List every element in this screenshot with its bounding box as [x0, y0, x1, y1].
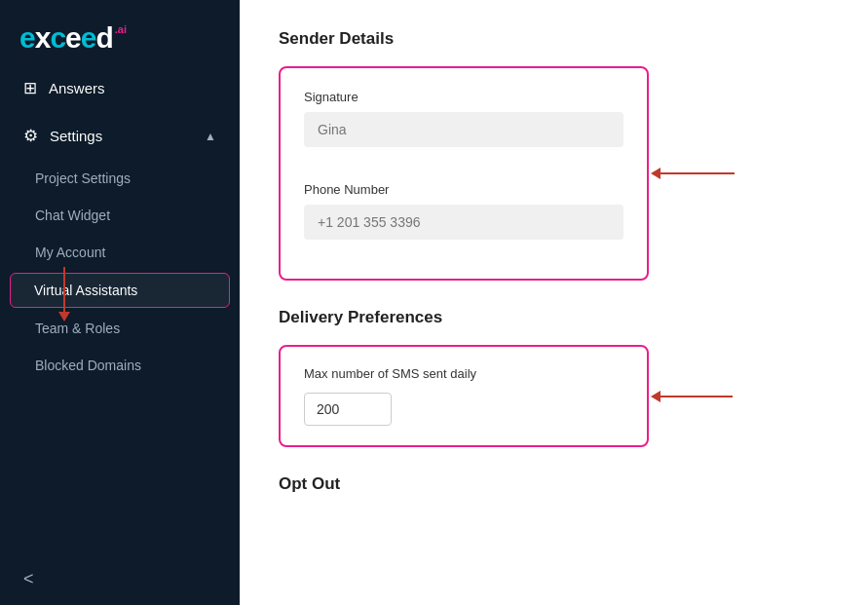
sidebar-item-project-settings-label: Project Settings [35, 170, 131, 186]
logo-area: exceed .ai [0, 0, 240, 64]
sidebar: exceed .ai ⊞ Answers ⚙ Settings ▲ Projec… [0, 0, 240, 605]
sidebar-item-project-settings[interactable]: Project Settings [0, 160, 240, 197]
delivery-arrow-annotation [651, 391, 733, 402]
sidebar-item-virtual-assistants[interactable]: Virtual Assistants [10, 273, 230, 308]
delivery-title: Delivery Preferences [279, 308, 819, 327]
sidebar-item-answers-label: Answers [49, 80, 105, 96]
sidebar-back-button[interactable]: < [0, 553, 240, 605]
sidebar-item-answers[interactable]: ⊞ Answers [0, 64, 240, 112]
main-content: Sender Details Signature Phone Number De… [240, 0, 868, 605]
gear-icon: ⚙ [23, 126, 38, 146]
sidebar-item-blocked-domains-label: Blocked Domains [35, 358, 141, 373]
sender-details-card: Signature Phone Number [279, 66, 649, 281]
back-label: < [23, 569, 34, 588]
sidebar-item-settings-label: Settings [50, 128, 102, 144]
phone-input[interactable] [304, 205, 623, 240]
logo-ai: .ai [115, 23, 127, 35]
grid-icon: ⊞ [23, 78, 37, 98]
sms-label: Max number of SMS sent daily [304, 366, 623, 381]
sidebar-item-team-roles-label: Team & Roles [35, 321, 120, 336]
phone-field-group: Phone Number [304, 182, 623, 240]
signature-field-group: Signature [304, 90, 623, 147]
chevron-up-icon: ▲ [205, 130, 216, 143]
sidebar-item-my-account-label: My Account [35, 245, 105, 260]
sms-input[interactable] [304, 393, 392, 426]
sidebar-item-chat-widget[interactable]: Chat Widget [0, 197, 240, 234]
sender-details-title: Sender Details [279, 29, 819, 49]
signature-input[interactable] [304, 112, 623, 147]
sidebar-item-settings[interactable]: ⚙ Settings ▲ [0, 112, 240, 160]
sidebar-item-blocked-domains[interactable]: Blocked Domains [0, 347, 240, 384]
delivery-card: Max number of SMS sent daily [279, 345, 649, 447]
card-arrow-annotation [651, 168, 735, 179]
sidebar-item-chat-widget-label: Chat Widget [35, 208, 110, 223]
down-arrow-annotation [58, 267, 70, 321]
opt-out-title: Opt Out [279, 474, 819, 494]
sidebar-item-my-account[interactable]: My Account [0, 234, 240, 271]
logo: exceed [19, 21, 113, 55]
phone-label: Phone Number [304, 182, 623, 197]
signature-label: Signature [304, 90, 623, 104]
sidebar-item-virtual-assistants-label: Virtual Assistants [34, 283, 137, 298]
sidebar-item-team-roles[interactable]: Team & Roles [0, 310, 240, 347]
